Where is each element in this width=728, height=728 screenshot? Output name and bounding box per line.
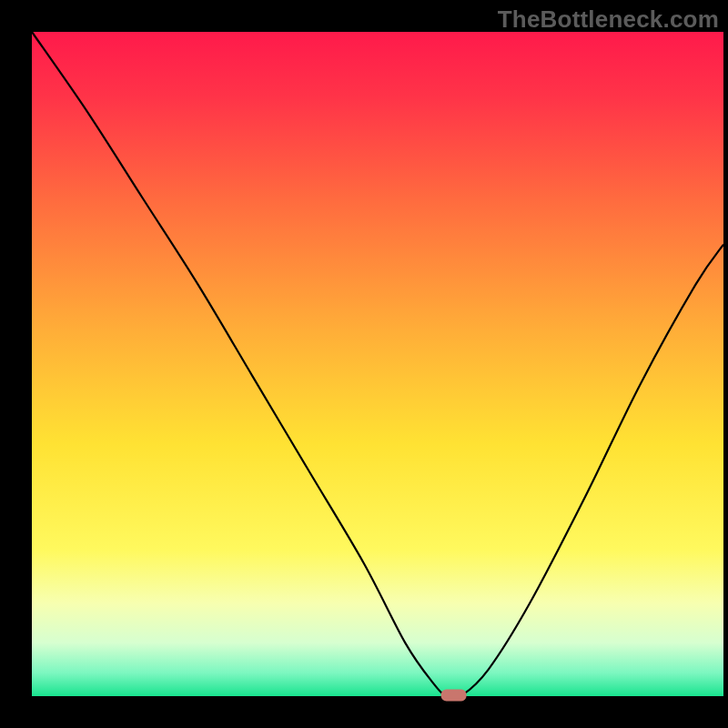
optimal-marker xyxy=(441,690,467,702)
bottleneck-chart xyxy=(0,0,728,728)
chart-frame: TheBottleneck.com xyxy=(0,0,728,728)
plot-background xyxy=(32,32,723,696)
watermark-label: TheBottleneck.com xyxy=(498,5,719,34)
